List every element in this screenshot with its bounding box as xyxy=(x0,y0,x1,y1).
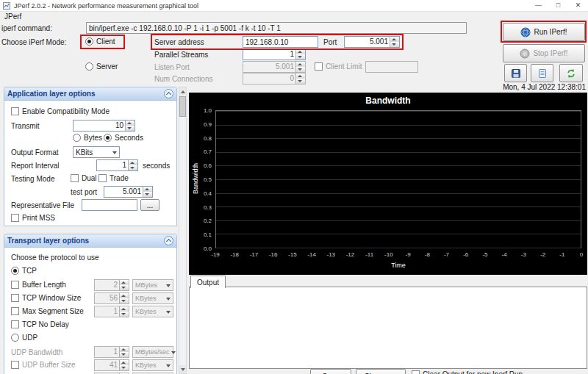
scrollbar-thumb[interactable] xyxy=(179,96,186,117)
protocol-subtitle: Choose the protocol to use xyxy=(11,253,99,262)
enable-compatibility-checkbox[interactable]: Enable Compatibility Mode xyxy=(11,107,110,115)
chart-x-ticks: -19-18-17-16-15-14-13-12-11-10-9-8-7-6-5… xyxy=(215,251,581,259)
radio-icon[interactable] xyxy=(11,334,19,342)
select-value: MBytes xyxy=(135,281,157,289)
run-iperf-button[interactable]: Run IPerf! xyxy=(503,23,585,41)
server-address-field[interactable]: 192.168.0.10 xyxy=(243,36,318,48)
spinner-arrows-icon[interactable] xyxy=(143,187,152,197)
radio-label: UDP xyxy=(22,334,37,342)
bytes-radio[interactable]: Bytes xyxy=(73,134,102,142)
collapse-icon[interactable] xyxy=(164,236,173,245)
client-mode-radio[interactable]: Client xyxy=(85,37,115,46)
client-limit-label: Client Limit xyxy=(326,62,362,71)
dual-checkbox[interactable]: Dual xyxy=(71,174,97,182)
radio-icon[interactable] xyxy=(104,134,112,142)
spinner-arrows-icon xyxy=(119,306,129,317)
chevron-down-icon xyxy=(111,147,119,157)
checkbox-icon[interactable] xyxy=(11,320,19,328)
save-button[interactable] xyxy=(504,64,527,82)
udp-radio[interactable]: UDP xyxy=(11,334,37,342)
panel-title: Transport layer options xyxy=(7,237,89,245)
browse-button[interactable]: ... xyxy=(140,199,159,211)
parallel-streams-spinner[interactable]: 1 xyxy=(243,48,306,60)
test-port-spinner[interactable]: 5.001 xyxy=(104,186,153,198)
select-value: KBytes xyxy=(135,295,157,302)
buffer-length-unit-select: MBytes xyxy=(132,279,173,291)
x-tick-label: -13 xyxy=(326,251,335,258)
udp-buffer-checkbox[interactable]: UDP Buffer Size xyxy=(11,361,75,369)
application-layer-header[interactable]: Application layer options xyxy=(4,87,176,101)
collapse-icon[interactable] xyxy=(164,89,173,98)
output-area[interactable] xyxy=(189,287,587,369)
checkbox-icon[interactable] xyxy=(98,174,107,182)
y-tick-label: 0.9 xyxy=(204,121,212,128)
spinner-arrows-icon[interactable] xyxy=(390,37,399,47)
spinner-arrows-icon[interactable] xyxy=(125,121,135,131)
refresh-icon xyxy=(566,68,576,79)
restart-button[interactable] xyxy=(559,64,583,82)
output-format-select[interactable]: KBits xyxy=(73,146,120,158)
transmit-spinner[interactable]: 10 xyxy=(73,120,135,132)
checkbox-icon[interactable] xyxy=(315,62,323,71)
checkbox-icon[interactable] xyxy=(11,361,19,369)
port-label: Port xyxy=(323,38,337,46)
spinner-value: 5.001 xyxy=(345,37,390,47)
y-tick-label: 1.0 xyxy=(204,107,212,114)
seconds-radio[interactable]: Seconds xyxy=(104,134,143,142)
gridline xyxy=(216,125,581,126)
gridline xyxy=(216,138,581,139)
transport-layer-header[interactable]: Transport layer options xyxy=(4,234,176,248)
x-tick-label: -17 xyxy=(250,251,259,258)
output-tab[interactable]: Output xyxy=(190,276,226,288)
document-button[interactable] xyxy=(531,64,553,82)
checkbox-icon[interactable] xyxy=(11,107,19,115)
menu-jperf[interactable]: JPerf xyxy=(0,12,26,21)
chart-timestamp: Mon, 4 Jul 2022 12:38:01 xyxy=(189,83,586,91)
checkbox-label: Dual xyxy=(82,174,97,182)
checkbox-label: Buffer Length xyxy=(22,281,66,289)
radio-icon[interactable] xyxy=(11,267,19,275)
checkbox-icon[interactable] xyxy=(11,307,19,315)
radio-icon[interactable] xyxy=(85,62,93,71)
checkbox-icon[interactable] xyxy=(71,174,79,182)
mode-label: Choose iPerf Mode: xyxy=(1,38,66,46)
gridline xyxy=(216,206,581,207)
representative-file-field[interactable] xyxy=(82,199,137,211)
server-mode-radio[interactable]: Server xyxy=(85,62,118,71)
radio-icon[interactable] xyxy=(73,134,81,142)
maximize-button[interactable]: □ xyxy=(548,0,568,11)
close-button[interactable]: ✕ xyxy=(568,0,588,11)
report-interval-spinner[interactable]: 1 xyxy=(96,159,138,171)
tcp-window-checkbox[interactable]: TCP Window Size xyxy=(11,294,81,302)
spinner-arrows-icon[interactable] xyxy=(295,49,305,60)
client-radio-label: Client xyxy=(96,37,115,46)
minimize-button[interactable]: — xyxy=(528,0,548,11)
checkbox-icon[interactable] xyxy=(11,214,19,222)
scroll-up-button[interactable] xyxy=(179,87,186,96)
checkbox-icon[interactable] xyxy=(11,281,19,289)
client-limit-checkbox[interactable]: Client Limit xyxy=(315,62,362,71)
udp-buffer-spinner: 41 xyxy=(94,359,129,371)
run-button-label: Run IPerf! xyxy=(534,28,567,36)
trade-checkbox[interactable]: Trade xyxy=(98,174,129,182)
print-mss-checkbox[interactable]: Print MSS xyxy=(11,214,55,222)
client-limit-field xyxy=(365,61,418,73)
tcp-radio[interactable]: TCP xyxy=(11,267,37,275)
clear-output-checkbox[interactable]: Clear Output for new Iperf Run xyxy=(412,370,523,374)
spinner-arrows-icon[interactable] xyxy=(128,160,137,170)
output-clear-button[interactable]: Clear now xyxy=(356,369,406,374)
port-spinner[interactable]: 5.001 xyxy=(344,36,400,48)
radio-icon[interactable] xyxy=(85,37,93,46)
checkbox-icon[interactable] xyxy=(11,294,19,302)
vertical-scrollbar[interactable] xyxy=(179,87,187,374)
menu-bar: JPerf xyxy=(0,12,588,21)
y-tick-label: 0.5 xyxy=(204,176,212,183)
tcp-no-delay-checkbox[interactable]: TCP No Delay xyxy=(11,320,69,328)
max-segment-checkbox[interactable]: Max Segment Size xyxy=(11,307,84,315)
checkbox-icon[interactable] xyxy=(412,370,420,374)
y-tick-label: 0.7 xyxy=(204,148,212,155)
output-save-button[interactable]: Save xyxy=(310,369,351,374)
buffer-length-checkbox[interactable]: Buffer Length xyxy=(11,281,66,289)
scroll-down-button[interactable] xyxy=(179,365,186,373)
iperf-command-field[interactable]: bin/iperf.exe -c 192.168.0.10 -P 1 -i 1 … xyxy=(86,22,467,34)
